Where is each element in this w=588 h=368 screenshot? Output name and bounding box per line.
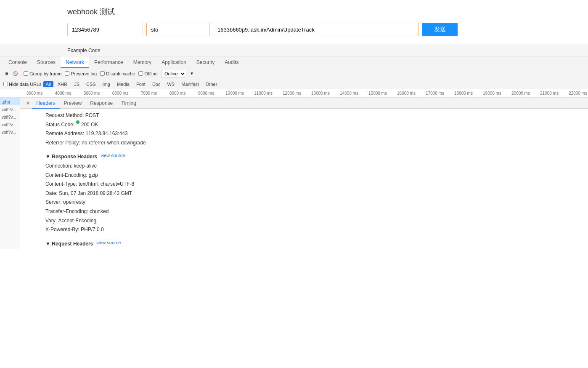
online-select[interactable]: Online [161, 70, 186, 77]
timeline-tick: 10000 ms [220, 91, 249, 96]
devtools-tab-bar: Console Sources Network Performance Memo… [0, 56, 588, 68]
status-dot [76, 120, 79, 124]
response-header-key: Vary: [45, 216, 57, 226]
detail-tab-headers[interactable]: Headers [32, 98, 59, 109]
response-header-row: Transfer-Encoding: chunked [45, 207, 583, 216]
filter-manifest-btn[interactable]: Manifest [179, 81, 201, 87]
request-header-val: */* [64, 248, 69, 249]
request-sidebar-item[interactable]: voff?v... [0, 128, 20, 136]
referrer-policy-key: Referrer Policy: [45, 139, 80, 148]
detail-close-btn[interactable]: × [24, 98, 32, 109]
remote-address-val: 119.23.84.163:443 [85, 129, 127, 139]
timeline-tick: 5000 ms [77, 91, 106, 96]
detail-tab-preview[interactable]: Preview [60, 98, 86, 109]
group-by-frame-label[interactable]: Group by frame [24, 71, 61, 76]
detail-tab-response[interactable]: Response [86, 98, 117, 109]
preserve-log-checkbox[interactable] [65, 71, 69, 76]
remote-address-row: Remote Address: 119.23.84.163:443 [45, 129, 583, 139]
timeline-tick: 12000 ms [278, 91, 306, 96]
timeline-tick: 11000 ms [249, 91, 278, 96]
disable-cache-checkbox[interactable] [100, 71, 105, 76]
response-headers-title: ▼ Response Headers [45, 152, 97, 162]
timeline-tick: 18000 ms [449, 91, 478, 96]
response-header-row: Content-Encoding: gzip [45, 171, 583, 180]
headers-content: Request Method: POST Status Code: 200 OK… [20, 109, 588, 249]
timeline-tick: 22000 ms [564, 91, 588, 96]
webhook-inputs: 发送 [67, 23, 580, 36]
timeline-bar: 3000 ms4000 ms5000 ms6000 ms7000 ms8000 … [0, 89, 588, 98]
offline-checkbox[interactable] [138, 71, 143, 76]
filter-all-btn[interactable]: All [43, 81, 53, 87]
timeline-tick: 9000 ms [192, 91, 220, 96]
tab-memory[interactable]: Memory [128, 56, 156, 68]
dropdown-icon[interactable]: ▼ [190, 71, 194, 76]
tab-network[interactable]: Network [61, 56, 89, 68]
filter-xhr-btn[interactable]: XHR [55, 81, 70, 87]
tab-security[interactable]: Security [191, 56, 220, 68]
response-headers-view-source[interactable]: view source [101, 152, 125, 160]
tab-console[interactable]: Console [3, 56, 32, 68]
preserve-log-label[interactable]: Preserve log [65, 71, 97, 76]
timeline-tick: 21000 ms [535, 91, 564, 96]
response-header-val: chunked [90, 207, 109, 216]
response-header-key: Connection: [45, 162, 72, 171]
request-sidebar-item[interactable]: voff?v... [0, 105, 20, 113]
webhook-input-3[interactable] [213, 23, 419, 36]
response-headers-list: Connection: keep-aliveContent-Encoding: … [45, 162, 583, 235]
tab-performance[interactable]: Performance [89, 56, 128, 68]
timeline-tick: 13000 ms [306, 91, 335, 96]
response-header-key: Transfer-Encoding: [45, 207, 88, 216]
request-sidebar-item[interactable]: voff?v... [0, 113, 20, 120]
clear-icon[interactable]: 🚫 [12, 70, 19, 77]
request-headers-view-source[interactable]: view source [96, 239, 121, 247]
response-header-key: Date: [45, 189, 58, 198]
filter-doc-btn[interactable]: Doc [150, 81, 163, 87]
network-toolbar: ⏺ 🚫 Group by frame Preserve log Disable … [0, 68, 588, 79]
hide-data-urls-label[interactable]: Hide data URLs [3, 82, 42, 87]
response-header-val: text/html; charset=UTF-8 [79, 180, 134, 189]
filter-js-btn[interactable]: JS [72, 81, 82, 87]
timeline-tick: 8000 ms [163, 91, 192, 96]
referrer-policy-row: Referrer Policy: no-referrer-when-downgr… [45, 139, 583, 148]
detail-tab-timing[interactable]: Timing [117, 98, 140, 109]
response-header-key: Server: [45, 198, 62, 207]
filter-other-btn[interactable]: Other [203, 81, 220, 87]
tab-audits[interactable]: Audits [220, 56, 244, 68]
request-area: .phpvoff?v...voff?v...voff?v...voff?v...… [0, 98, 588, 249]
record-icon[interactable]: ⏺ [3, 70, 10, 77]
disable-cache-label[interactable]: Disable cache [100, 71, 135, 76]
request-headers-list: Accept: */*Accept-Encoding: gzip, deflat… [45, 248, 583, 249]
filter-ws-btn[interactable]: WS [164, 81, 177, 87]
request-sidebar-item[interactable]: voff?v... [0, 120, 20, 128]
response-header-row: X-Powered-By: PHP/7.0.0 [45, 225, 583, 235]
request-sidebar-item[interactable]: .php [0, 98, 20, 105]
response-header-val: Sun, 07 Jan 2018 09:28:42 GMT [59, 189, 132, 198]
filter-font-btn[interactable]: Font [134, 81, 148, 87]
hide-data-urls-checkbox[interactable] [3, 82, 8, 86]
group-by-frame-checkbox[interactable] [24, 71, 28, 76]
response-header-key: Content-Type: [45, 180, 77, 189]
webhook-title: webhook 测试 [67, 7, 580, 17]
status-code-row: Status Code: 200 OK [45, 120, 583, 130]
request-sidebar: .phpvoff?v...voff?v...voff?v...voff?v... [0, 98, 20, 249]
timeline-tick: 14000 ms [335, 91, 363, 96]
response-header-row: Content-Type: text/html; charset=UTF-8 [45, 180, 583, 189]
send-button[interactable]: 发送 [422, 23, 458, 36]
tab-sources[interactable]: Sources [32, 56, 61, 68]
status-code-key: Status Code: [45, 120, 74, 130]
tab-application[interactable]: Application [156, 56, 191, 68]
filter-img-btn[interactable]: Img [100, 81, 113, 87]
example-code-label: Example Code [67, 48, 101, 53]
response-header-row: Vary: Accept-Encoding [45, 216, 583, 226]
filter-media-btn[interactable]: Media [114, 81, 132, 87]
request-header-row: Accept: */* [45, 248, 583, 249]
timeline-tick: 19000 ms [478, 91, 506, 96]
request-method-key: Request Method: [45, 111, 84, 120]
webhook-input-1[interactable] [67, 23, 143, 36]
response-header-val: Accept-Encoding [58, 216, 96, 226]
request-header-key: Accept: [45, 248, 62, 249]
filter-css-btn[interactable]: CSS [84, 81, 98, 87]
offline-label[interactable]: Offline [138, 71, 158, 76]
response-header-val: keep-alive [74, 162, 97, 171]
webhook-input-2[interactable] [146, 23, 209, 36]
